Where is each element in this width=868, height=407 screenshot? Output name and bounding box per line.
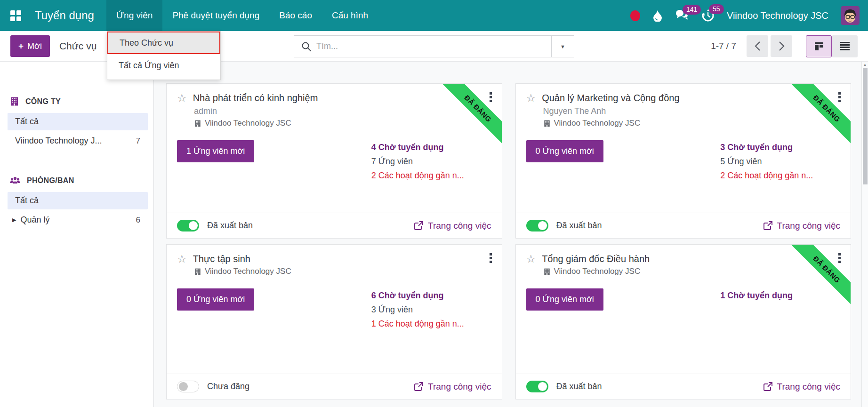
new-applicants-button[interactable]: 0 Ứng viên mới	[526, 288, 603, 311]
new-record-button[interactable]: + Mới	[10, 35, 50, 57]
scrollbar-thumb[interactable]	[863, 68, 868, 184]
activities-button[interactable]: 55	[701, 9, 715, 22]
stat-line[interactable]: 4 Chờ tuyển dụng	[371, 140, 490, 154]
section-title: CÔNG TY	[25, 97, 61, 106]
external-link-icon	[414, 221, 423, 230]
publish-toggle[interactable]	[177, 381, 199, 392]
sidebar-item[interactable]: Viindoo Technology J...7	[8, 132, 148, 150]
droplet-button[interactable]	[652, 9, 663, 22]
apps-menu-button[interactable]	[0, 0, 31, 31]
new-applicants-button[interactable]: 0 Ứng viên mới	[177, 288, 254, 311]
building-icon	[194, 268, 201, 276]
scroll-up-arrow-icon[interactable]: ▲	[862, 62, 868, 68]
website-link[interactable]: Trang công việc	[414, 382, 491, 392]
publish-toggle[interactable]	[526, 381, 548, 392]
sidebar-section-company: CÔNG TY Tất cảViindoo Technology J...7	[0, 96, 153, 150]
publish-toggle[interactable]	[177, 220, 199, 231]
publish-status-label: Đã xuất bản	[556, 382, 602, 391]
website-link-label: Trang công việc	[777, 382, 840, 392]
toggle-knob	[189, 221, 198, 230]
building-icon	[9, 96, 19, 106]
pager-zone: 1-7 / 7	[711, 35, 858, 57]
section-header: CÔNG TY	[0, 96, 153, 106]
kebab-menu-icon[interactable]	[838, 92, 841, 102]
chevron-left-icon	[754, 41, 761, 51]
search-input[interactable]	[316, 36, 552, 57]
job-title[interactable]: Quản lý Marketing và Cộng đồng	[542, 93, 679, 104]
kanban-view-icon	[814, 41, 824, 51]
job-title[interactable]: Thực tập sinh	[193, 254, 250, 264]
company-row: Viindoo Technology JSC	[543, 119, 840, 128]
kebab-menu-icon[interactable]	[490, 253, 492, 263]
user-avatar[interactable]	[841, 6, 860, 25]
search-options-button[interactable]: ▼	[551, 35, 574, 57]
vertical-scrollbar[interactable]: ▲	[861, 62, 868, 407]
stat-line[interactable]: 1 Các hoạt động gần n...	[371, 317, 490, 331]
job-card[interactable]: ĐÃ ĐĂNG ☆ Tổng giám đốc Điều hành Viindo…	[515, 244, 852, 399]
favorite-star-icon[interactable]: ☆	[526, 254, 536, 264]
dropdown-item[interactable]: Tất cả Ứng viên	[107, 54, 220, 77]
building-icon	[543, 120, 551, 128]
sidebar-item[interactable]: Tất cả	[8, 192, 148, 209]
favorite-star-icon[interactable]: ☆	[177, 93, 187, 104]
external-link-icon	[764, 221, 772, 230]
stat-line[interactable]: 3 Chờ tuyển dụng	[720, 140, 839, 154]
sidebar-item[interactable]: ▶Quản lý6	[8, 211, 148, 229]
sidebar-item[interactable]: Tất cả	[8, 113, 148, 130]
stat-line[interactable]: 1 Chờ tuyển dụng	[720, 288, 839, 303]
new-applicants-button[interactable]: 0 Ứng viên mới	[526, 140, 603, 162]
website-link[interactable]: Trang công việc	[764, 382, 840, 392]
stat-line[interactable]: 6 Chờ tuyển dụng	[371, 288, 490, 303]
toggle-knob	[538, 221, 547, 230]
external-link-icon	[764, 382, 772, 391]
job-card[interactable]: ☆ Thực tập sinh Viindoo Technology JSC 0…	[166, 244, 502, 399]
new-applicants-button[interactable]: 1 Ứng viên mới	[177, 140, 254, 162]
pager-next-button[interactable]	[771, 35, 792, 57]
nav-item-cau-hinh[interactable]: Cấu hình	[322, 0, 378, 31]
card-footer: Đã xuất bản Trang công việc	[167, 213, 502, 238]
sidebar-item-label: Tất cả	[15, 117, 39, 127]
company-label: Viindoo Technology JSC	[554, 267, 641, 276]
nav-item-bao-cao[interactable]: Báo cáo	[269, 0, 322, 31]
expand-caret-icon[interactable]: ▶	[12, 217, 16, 223]
job-title[interactable]: Tổng giám đốc Điều hành	[542, 254, 650, 264]
stats-block: 6 Chờ tuyển dụng3 Ứng viên1 Các hoạt độn…	[371, 288, 490, 331]
website-link[interactable]: Trang công việc	[764, 221, 840, 231]
kebab-menu-icon[interactable]	[490, 92, 492, 102]
recruiter-name: Nguyen The Anh	[543, 106, 840, 116]
stat-line[interactable]: 5 Ứng viên	[720, 154, 839, 168]
dropdown-item[interactable]: Theo Chức vụ	[107, 32, 220, 54]
job-card[interactable]: ĐÃ ĐĂNG ☆ Nhà phát triển có kinh nghiệm …	[166, 83, 502, 239]
nav-item-ung-vien[interactable]: Ứng viên	[106, 0, 163, 31]
stat-line[interactable]: 2 Các hoạt động gần n...	[720, 168, 839, 183]
job-title[interactable]: Nhà phát triển có kinh nghiệm	[193, 93, 318, 104]
stat-line[interactable]: 3 Ứng viên	[371, 303, 490, 317]
card-footer: Đã xuất bản Trang công việc	[516, 213, 851, 238]
favorite-star-icon[interactable]: ☆	[526, 93, 536, 104]
pager-previous-button[interactable]	[747, 35, 768, 57]
app-title[interactable]: Tuyển dụng	[31, 0, 106, 31]
toggle-knob	[538, 382, 547, 391]
top-navbar: Tuyển dụng Ứng viên Phê duyệt tuyển dụng…	[0, 0, 868, 31]
app-window: Tuyển dụng Ứng viên Phê duyệt tuyển dụng…	[0, 0, 868, 407]
messages-button[interactable]: 141	[675, 9, 689, 22]
favorite-star-icon[interactable]: ☆	[177, 254, 187, 264]
publish-toggle[interactable]	[526, 220, 548, 231]
stats-block: 3 Chờ tuyển dụng5 Ứng viên2 Các hoạt độn…	[720, 140, 839, 183]
kanban-view-button[interactable]	[806, 35, 832, 57]
recording-dot-icon[interactable]	[630, 10, 640, 21]
chevron-down-icon: ▼	[560, 44, 565, 49]
publish-status-label: Đã xuất bản	[556, 221, 602, 231]
stat-line[interactable]: 7 Ứng viên	[371, 154, 490, 168]
kebab-menu-icon[interactable]	[838, 253, 841, 263]
nav-item-phe-duyet[interactable]: Phê duyệt tuyển dụng	[162, 0, 269, 31]
sidebar-item-label: Viindoo Technology J...	[15, 136, 102, 146]
website-link[interactable]: Trang công việc	[414, 221, 491, 231]
stat-line[interactable]: 2 Các hoạt động gần n...	[371, 168, 490, 183]
job-card[interactable]: ĐÃ ĐĂNG ☆ Quản lý Marketing và Cộng đồng…	[515, 83, 852, 239]
website-link-label: Trang công việc	[428, 382, 491, 392]
nav-menu: Ứng viên Phê duyệt tuyển dụng Báo cáo Cấ…	[106, 0, 378, 31]
company-label: Viindoo Technology JSC	[554, 119, 641, 128]
list-view-button[interactable]	[832, 35, 858, 57]
company-switcher[interactable]: Viindoo Technology JSC	[727, 10, 828, 21]
